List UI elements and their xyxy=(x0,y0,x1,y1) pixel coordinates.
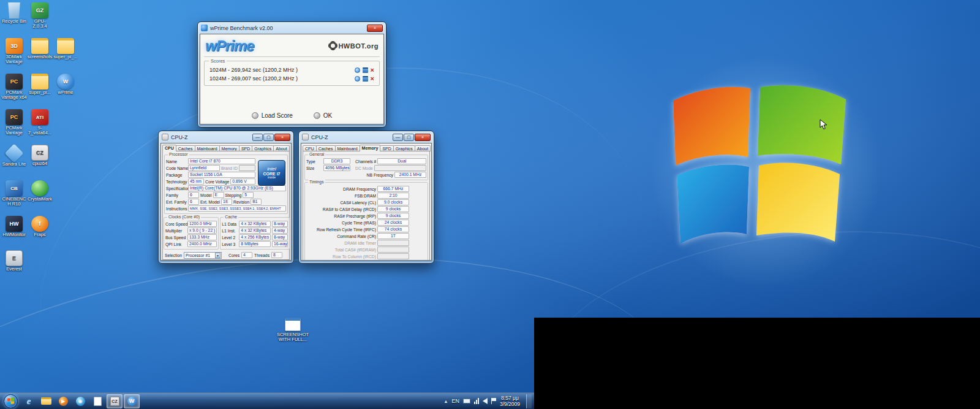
taskbar-wprime-button[interactable]: W xyxy=(124,394,140,408)
divider xyxy=(204,56,380,57)
taskbar-explorer-button[interactable] xyxy=(38,394,54,408)
desktop-icon-label: wPrime xyxy=(53,90,78,95)
taskbar-clock[interactable]: 8:57 μμ 3/9/2009 xyxy=(500,395,520,407)
submit-online-icon[interactable] xyxy=(355,76,360,82)
taskbar-cpuz-button[interactable]: CZ xyxy=(107,394,123,408)
desktop-icon-wprime[interactable]: W wPrime xyxy=(53,74,78,108)
field-label: DRAM Idle Timer xyxy=(306,241,376,245)
field-label: Package xyxy=(166,173,187,177)
score-row: 1024M - 269,942 sec (1200,2 MHz ) × xyxy=(207,66,377,74)
desktop-icon-crystalmark[interactable]: CrystalMark xyxy=(27,180,53,215)
desktop-icon-gpuz[interactable]: GZ GPU-Z.0.3.4 xyxy=(27,2,53,37)
save-score-icon[interactable] xyxy=(363,67,368,73)
desktop-icon-fraps[interactable]: f Fraps xyxy=(27,216,53,250)
keyboard-icon[interactable] xyxy=(463,399,470,403)
processor-groupbox: Processor intel CORE i7 inside Name Inte… xyxy=(164,155,288,214)
processor-select-value: Processor #1 xyxy=(186,253,210,258)
cpuz-cpu-window: CPU-Z — ▢ × CPU Caches Mainboard Memory … xyxy=(158,131,294,264)
hidden-icons-chevron[interactable]: ▲ xyxy=(443,399,448,403)
volume-icon[interactable] xyxy=(483,398,488,404)
desktop-icon-ati-driver[interactable]: ATI 9-7_vista64... xyxy=(27,109,53,143)
delete-score-icon[interactable]: × xyxy=(371,67,374,73)
code-name-field: Lynnfield xyxy=(188,165,220,171)
field-label: CAS# Latency (CL) xyxy=(306,201,376,205)
l1-inst-way-field: 4-way xyxy=(272,227,288,234)
taskbar-ie-button[interactable]: e xyxy=(21,394,37,408)
desktop-icon-3dmark[interactable]: 3D 3DMark Vantage xyxy=(1,38,27,72)
media-player-icon: ▶ xyxy=(59,397,68,406)
wprime-icon: W xyxy=(127,397,137,406)
desktop-icon-cpuz64[interactable]: CZ cpuz64 xyxy=(27,145,53,179)
taskbar: e ▶ ◉ CZ W ▲ EN 8:57 μμ 3/9/2009 xyxy=(0,392,534,409)
desktop-icon-pcmark-x64[interactable]: PC PCMark Vantage x64 xyxy=(1,74,27,108)
desktop-icon-label: PCMark Vantage x64 xyxy=(1,90,27,100)
score-text: 1024M - 269,007 sec (1200,2 MHz ) xyxy=(209,75,298,82)
desktop-icon-superpi-folder[interactable]: super_pi_... xyxy=(53,38,78,72)
save-score-icon[interactable] xyxy=(363,76,368,82)
3dmark-icon: 3D xyxy=(6,38,23,54)
submit-online-icon[interactable] xyxy=(355,67,360,73)
desktop-icon-pcmark[interactable]: PC PCMark Vantage xyxy=(1,109,27,143)
desktop-icon-recycle-bin[interactable]: Recycle Bin xyxy=(1,2,27,37)
show-desktop-button[interactable] xyxy=(526,394,532,408)
hwbot-logo: HWBOT.org xyxy=(330,42,379,50)
system-tray: ▲ EN 8:57 μμ 3/9/2009 xyxy=(443,394,533,408)
clock-date: 3/9/2009 xyxy=(500,401,520,407)
load-score-label: Load Score xyxy=(262,112,293,119)
dram-frequency-field: 666.7 MHz xyxy=(377,186,409,192)
threads-field: 8 xyxy=(271,252,282,258)
processor-select[interactable]: Processor #1 ▼ xyxy=(184,252,222,259)
desktop-icon-screenshot-file[interactable]: SCREENSHOT WITH FULL... xyxy=(274,316,311,351)
maximize-button[interactable]: ▢ xyxy=(263,134,274,141)
field-label: Row Refresh Cycle Time (tRFC) xyxy=(306,227,376,232)
general-groupbox: General Type DDR3 Channels # Dual Size 4… xyxy=(304,155,428,180)
desktop-icon-label: Everest xyxy=(1,267,27,272)
desktop-icon-label: PCMark Vantage xyxy=(1,126,27,136)
folder-icon xyxy=(31,74,48,90)
language-indicator[interactable]: EN xyxy=(451,398,459,404)
tab-memory[interactable]: Memory xyxy=(360,145,381,151)
minimize-button[interactable]: — xyxy=(252,134,263,141)
desktop-icon-everest[interactable]: E Everest xyxy=(1,250,27,285)
taskbar-notepad-button[interactable] xyxy=(89,394,105,408)
action-center-flag-icon[interactable] xyxy=(491,398,496,404)
desktop-icon-sandra[interactable]: Sandra Lite xyxy=(1,145,27,179)
taskbar-media-center-button[interactable]: ◉ xyxy=(72,394,88,408)
field-label: Ext. Model xyxy=(200,200,220,204)
maximize-button[interactable]: ▢ xyxy=(404,134,414,141)
field-label: RAS# to CAS# Delay (tRCD) xyxy=(306,207,376,212)
wprime-titlebar[interactable]: wPrime Benchmark v2.00 × xyxy=(200,22,384,34)
close-button[interactable]: × xyxy=(367,25,383,32)
desktop-icon-superpi[interactable]: super_pi... xyxy=(27,74,53,108)
document-icon xyxy=(94,397,102,406)
desktop-icon-hwmonitor[interactable]: HW HWMonitor xyxy=(1,216,27,250)
ok-button[interactable]: OK xyxy=(314,112,332,119)
windows-flag-icon xyxy=(7,397,14,404)
command-rate-field: 1T xyxy=(377,233,409,239)
desktop-icon-cinebench[interactable]: CB CINEBENCH R10 xyxy=(1,180,27,215)
start-button[interactable] xyxy=(4,394,18,408)
close-button[interactable]: × xyxy=(415,134,431,141)
ext-model-field: 1E xyxy=(221,199,232,205)
minimize-button[interactable]: — xyxy=(393,134,403,141)
desktop-icon-label: super_pi... xyxy=(27,90,53,95)
desktop-icon-label: super_pi_... xyxy=(53,55,78,59)
tab-cpu[interactable]: CPU xyxy=(162,145,176,151)
desktop-icon-screenshots[interactable]: screenshots xyxy=(27,38,53,72)
delete-score-icon[interactable]: × xyxy=(371,76,374,82)
recycle-bin-icon xyxy=(6,2,23,18)
network-icon[interactable] xyxy=(474,398,479,404)
cpuz-titlebar[interactable]: CPU-Z — ▢ × xyxy=(301,131,432,143)
field-label: L1 Inst. xyxy=(222,229,238,233)
wprime-icon: W xyxy=(57,74,74,90)
load-score-button[interactable]: Load Score xyxy=(252,112,293,119)
ok-icon xyxy=(314,112,320,119)
trp-field: 9 clocks xyxy=(377,213,409,219)
folder-icon xyxy=(31,38,48,54)
general-group-label: General xyxy=(308,152,325,156)
intel-logo-text: intel xyxy=(267,167,276,172)
instructions-field: MMX, SSE, SSE2, SSE3, SSSE3, SSE4.1, SSE… xyxy=(188,205,286,212)
close-button[interactable]: × xyxy=(274,134,290,141)
cpuz-titlebar[interactable]: CPU-Z — ▢ × xyxy=(160,131,292,143)
taskbar-wmp-button[interactable]: ▶ xyxy=(55,394,71,408)
